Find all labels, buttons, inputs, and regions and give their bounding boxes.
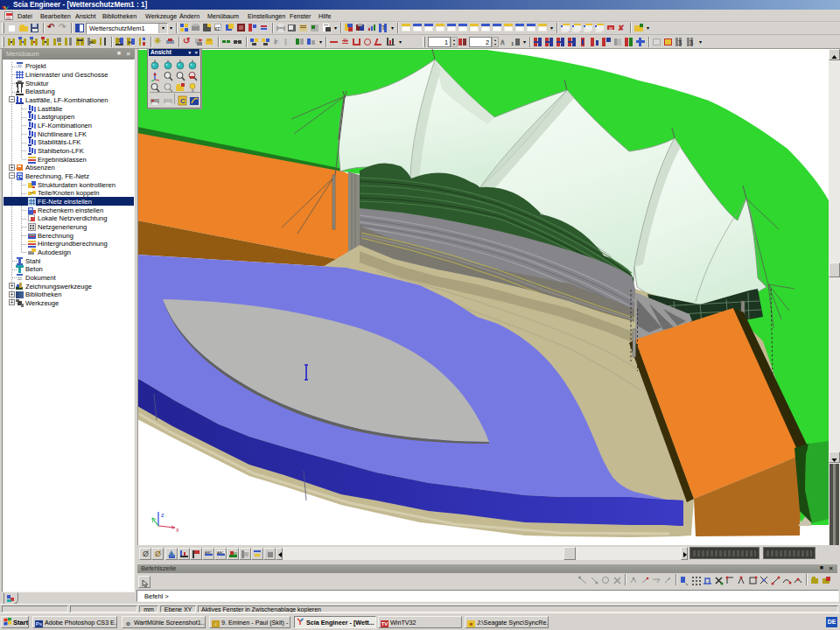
svg-text:z: z [161, 512, 164, 518]
svg-text:C: C [180, 97, 186, 105]
svg-text:x: x [176, 527, 179, 533]
